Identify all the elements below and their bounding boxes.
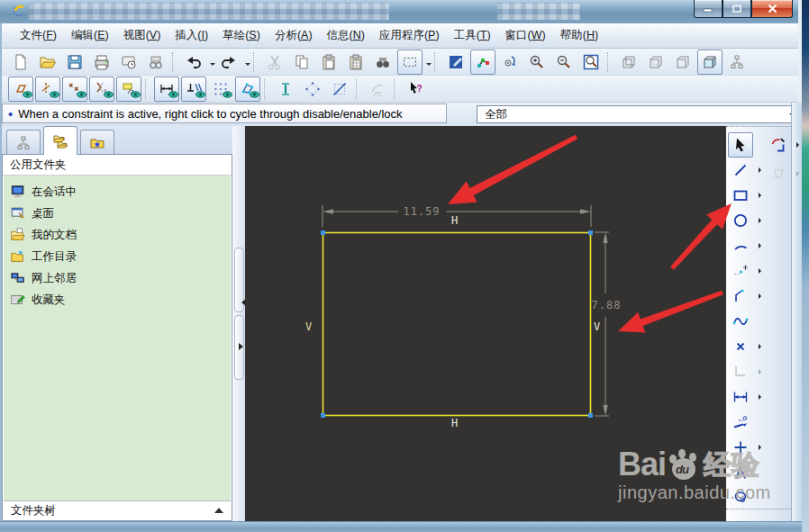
refresh-display-button[interactable] (443, 50, 468, 75)
flyout-arrow-icon[interactable] (759, 293, 764, 299)
menu-view[interactable]: 视图(V) (116, 25, 168, 46)
sidebar-item-favorites[interactable]: 收藏夹 (4, 289, 231, 311)
panel-splitter[interactable] (232, 126, 245, 521)
flyout-arrow-icon[interactable] (759, 445, 764, 450)
print-button[interactable] (89, 50, 114, 75)
planes-display-button[interactable]: z (116, 77, 141, 102)
zoom-window-button[interactable] (578, 50, 604, 75)
sketch-rectangle[interactable] (323, 233, 591, 416)
flyout-arrow-icon[interactable] (759, 268, 764, 274)
menu-tools[interactable]: 工具(T) (447, 25, 498, 46)
points-display-button[interactable] (62, 77, 87, 102)
close-button[interactable] (751, 0, 793, 18)
collapse-up-icon[interactable] (214, 503, 223, 513)
graphics-canvas[interactable]: 11.59 7.88 H H V V (245, 126, 726, 521)
text-tool-button[interactable] (728, 460, 753, 485)
undo-button[interactable] (181, 50, 206, 75)
sketch-vertices[interactable] (321, 230, 593, 418)
select-marquee-button[interactable] (397, 50, 423, 75)
minimize-button[interactable] (694, 0, 723, 18)
menu-help[interactable]: 帮助(H) (553, 25, 605, 46)
titlebar[interactable] (0, 0, 798, 24)
zoom-in-button[interactable] (524, 50, 550, 75)
zoom-out-button[interactable] (551, 50, 577, 75)
flyout-arrow-icon[interactable] (796, 142, 802, 148)
line-tool-button[interactable] (728, 158, 753, 183)
polyline-tool-button[interactable] (728, 284, 753, 309)
save-button[interactable] (62, 50, 87, 75)
sidebar-item-working-directory[interactable]: 工作目录 (4, 246, 231, 267)
flyout-arrow-icon[interactable] (759, 394, 764, 400)
print-queue-button[interactable] (116, 50, 141, 75)
flyout-arrow-icon[interactable] (759, 193, 764, 198)
link-button[interactable] (143, 50, 168, 75)
height-dimension-value[interactable]: 7.88 (592, 299, 622, 311)
splitter-grip[interactable] (234, 248, 244, 312)
constraints-display-button[interactable] (181, 77, 206, 102)
csys-display-button[interactable]: x (89, 77, 114, 102)
width-dimension-value[interactable]: 11.59 (403, 205, 440, 218)
point-tool-button[interactable] (728, 258, 753, 284)
tab-templates[interactable] (80, 130, 114, 155)
splitter-grip-2[interactable] (234, 315, 244, 380)
spline-tool-button[interactable] (728, 309, 753, 334)
flyout-arrow-icon[interactable] (759, 243, 764, 248)
pan-view-button[interactable] (497, 50, 523, 75)
new-file-button[interactable] (8, 50, 33, 75)
menu-file[interactable]: 文件(F) (13, 25, 64, 46)
menu-sketch[interactable]: 草绘(S) (215, 25, 268, 46)
section-display-button[interactable] (273, 77, 298, 102)
offset-curve-tool-button[interactable] (728, 485, 753, 510)
circle-tool-button[interactable] (728, 208, 753, 233)
restore-button[interactable] (723, 0, 751, 18)
sidebar-item-in-session[interactable]: 在会话中 (4, 181, 231, 203)
menu-insert[interactable]: 插入(I) (168, 25, 215, 46)
copy-button[interactable] (289, 50, 314, 75)
no-auto-constraints-button[interactable] (327, 77, 352, 102)
sidebar-item-my-documents[interactable]: 我的文档 (4, 224, 231, 246)
curves-display-button[interactable] (8, 77, 33, 102)
centerline-tool-button[interactable] (728, 435, 753, 460)
static-wireframe-view-button[interactable] (643, 50, 668, 75)
dropdown-arrow-icon[interactable] (210, 63, 215, 68)
rotate-view-button[interactable] (470, 50, 495, 75)
dropdown-arrow-icon[interactable] (245, 63, 250, 68)
select-arrow-tool-button[interactable] (728, 132, 753, 158)
facet-view-button[interactable] (670, 50, 695, 75)
context-help-button[interactable]: ? (403, 77, 428, 102)
folder-tree-bar[interactable]: 文件夹树 (4, 500, 231, 519)
tab-folders[interactable] (43, 126, 77, 155)
quick-dimension-tool-button[interactable] (728, 410, 753, 435)
menu-window[interactable]: 窗口(W) (498, 25, 553, 46)
sidebar-item-network-places[interactable]: 网上邻居 (4, 267, 231, 289)
wireframe-view-button[interactable] (616, 50, 641, 75)
redo-button[interactable] (216, 50, 241, 75)
flyout-arrow-icon[interactable] (759, 369, 764, 374)
flyout-arrow-icon[interactable] (759, 218, 764, 223)
dimension-tool-button[interactable] (728, 384, 753, 410)
find-button[interactable] (370, 50, 395, 75)
arc-tool-button[interactable] (728, 233, 753, 258)
grid-display-button[interactable] (208, 77, 233, 102)
dropdown-arrow-icon[interactable] (426, 63, 432, 68)
flyout-arrow-icon[interactable] (796, 171, 802, 176)
paste-button[interactable] (316, 50, 341, 75)
fillet-tool-button[interactable] (766, 132, 791, 158)
shaded-view-button[interactable] (697, 50, 723, 75)
paste-special-button[interactable] (343, 50, 368, 75)
menu-information[interactable]: 信息(N) (320, 25, 372, 46)
assembly-navigator-button[interactable] (724, 50, 750, 75)
rectangle-tool-button[interactable] (728, 183, 753, 208)
menu-edit[interactable]: 编辑(E) (64, 25, 116, 46)
point-x-tool-button[interactable] (728, 334, 753, 359)
shaded-region-display-button[interactable] (235, 77, 260, 102)
menu-analysis[interactable]: 分析(A) (268, 25, 320, 46)
tab-navigator[interactable] (6, 130, 41, 155)
menu-application[interactable]: 应用程序(P) (372, 25, 447, 46)
filter-combobox[interactable]: 全部 (477, 105, 802, 123)
axes-display-button[interactable] (35, 77, 60, 102)
sidebar-item-desktop[interactable]: 桌面 (4, 203, 231, 224)
snap-points-display-button[interactable] (300, 77, 325, 102)
open-folder-button[interactable] (35, 50, 60, 75)
flyout-arrow-icon[interactable] (759, 344, 764, 349)
